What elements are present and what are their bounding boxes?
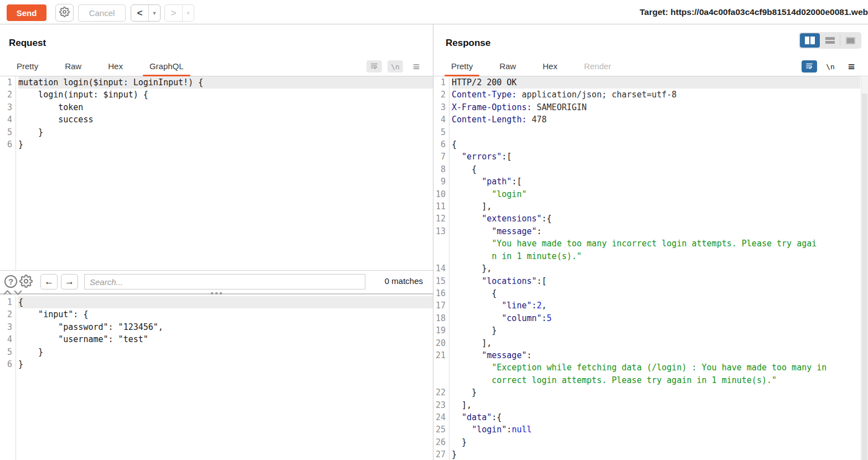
- top-toolbar: Send Cancel < ▼ > ▼ Target: https://0a4c…: [0, 0, 868, 24]
- settings-button[interactable]: [55, 4, 74, 22]
- tab-pretty[interactable]: Pretty: [11, 61, 44, 76]
- response-editor-menu-button[interactable]: ≡: [844, 60, 859, 73]
- request-editor-menu-button[interactable]: ≡: [409, 60, 424, 73]
- word-wrap-icon: [805, 62, 814, 71]
- graphql-variables-editor[interactable]: 1{2 "input": {3 "password": "123456",4 "…: [0, 296, 433, 460]
- history-back-group: < ▼: [131, 4, 161, 22]
- code-line: 19 }: [433, 324, 860, 337]
- code-line: 2Content-Type: application/json; charset…: [433, 89, 860, 101]
- request-tab-bar: PrettyRawHexGraphQL \n ≡: [0, 60, 433, 76]
- code-line: 7 "errors":[: [433, 151, 860, 163]
- code-line: 3X-Frame-Options: SAMEORIGIN: [433, 101, 860, 113]
- history-forward-button[interactable]: >: [165, 5, 182, 21]
- history-back-button[interactable]: <: [131, 5, 148, 21]
- code-line: 2 login(input: $input) {: [0, 89, 433, 101]
- view-layout-toggle-group: [799, 32, 861, 49]
- code-line: 6}: [0, 138, 433, 151]
- code-line: 4Content-Length: 478: [433, 113, 860, 126]
- code-line: 16 {: [433, 287, 860, 299]
- hamburger-icon: ≡: [413, 60, 420, 73]
- columns-icon: [805, 37, 809, 44]
- history-forward-dropdown[interactable]: ▼: [182, 5, 194, 21]
- code-line: 9 "path":[: [433, 175, 860, 188]
- search-input[interactable]: [84, 274, 365, 290]
- code-line: 27}: [433, 448, 860, 460]
- next-match-button[interactable]: →: [61, 274, 78, 290]
- tab-raw[interactable]: Raw: [59, 61, 87, 76]
- tab-graphql[interactable]: GraphQL: [144, 61, 189, 76]
- wrap-toggle-button[interactable]: [366, 60, 382, 73]
- code-line: 5 }: [0, 346, 433, 358]
- code-line: 8 {: [433, 163, 860, 175]
- arrow-left-icon: ←: [44, 276, 54, 287]
- code-line: 17 "line":2,: [433, 299, 860, 312]
- code-line: 4 "username": "test": [0, 333, 433, 345]
- hamburger-icon: ≡: [848, 60, 855, 73]
- response-viewer[interactable]: 1HTTP/2 200 OK2Content-Type: application…: [433, 76, 868, 460]
- code-line: 1{: [0, 296, 433, 308]
- view-side-by-side-button[interactable]: [800, 33, 820, 48]
- request-search-bar: ? ← → 0 matches: [0, 270, 433, 292]
- code-line: 18 "column":5: [433, 312, 860, 324]
- view-stacked-button[interactable]: [820, 33, 840, 48]
- word-wrap-icon: [370, 62, 379, 71]
- newline-toggle-button[interactable]: \n: [388, 60, 403, 73]
- history-forward-group: > ▼: [164, 4, 194, 22]
- response-panel: Response PrettyRawHexRender: [433, 24, 868, 460]
- code-line: 11 ],: [433, 200, 860, 213]
- previous-match-button[interactable]: ←: [40, 274, 58, 290]
- rows-icon: [825, 37, 835, 44]
- send-button[interactable]: Send: [7, 4, 46, 21]
- tab-raw[interactable]: Raw: [494, 61, 521, 76]
- response-scrollbar[interactable]: [861, 77, 868, 460]
- code-line: 21 "message":: [433, 349, 860, 361]
- code-line: 1HTTP/2 200 OK: [433, 76, 860, 89]
- question-icon: ?: [8, 277, 13, 286]
- tab-hex[interactable]: Hex: [537, 61, 563, 76]
- scrollbar-thumb[interactable]: [862, 94, 867, 460]
- code-line: 6{: [433, 138, 860, 151]
- code-line: n in 1 minute(s).": [433, 250, 860, 262]
- newline-icon: \n: [826, 63, 835, 71]
- code-line: 24 "data":{: [433, 411, 860, 423]
- code-line: 10 "login": [433, 188, 860, 200]
- response-tab-bar: PrettyRawHexRender \n ≡: [433, 60, 868, 76]
- code-line: 2 "input": {: [0, 308, 433, 321]
- code-line: 26 }: [433, 436, 860, 448]
- request-panel-title: Request: [9, 38, 46, 49]
- code-line: 12 "extensions":{: [433, 213, 860, 225]
- code-line: 13 "message":: [433, 225, 860, 237]
- gear-icon: [59, 7, 70, 19]
- code-line: 3 token: [0, 101, 433, 113]
- cancel-button[interactable]: Cancel: [78, 4, 126, 22]
- match-count: 0 matches: [385, 276, 423, 286]
- code-line: 15 "locations":[: [433, 275, 860, 287]
- tab-render[interactable]: Render: [578, 61, 617, 76]
- request-panel: Request PrettyRawHexGraphQL \n ≡ 1mutati…: [0, 24, 433, 460]
- tab-pretty[interactable]: Pretty: [446, 61, 478, 76]
- code-line: 14 },: [433, 262, 860, 275]
- code-line: 6}: [0, 358, 433, 370]
- newline-toggle-button[interactable]: \n: [823, 60, 838, 73]
- newline-icon: \n: [391, 63, 400, 71]
- tab-hex[interactable]: Hex: [102, 61, 128, 76]
- view-single-button[interactable]: [840, 33, 860, 48]
- help-button[interactable]: ?: [4, 275, 17, 288]
- code-line: 23 ],: [433, 399, 860, 411]
- code-line: 1mutation login($input: LoginInput!) {: [0, 76, 433, 89]
- editor-splitter[interactable]: [0, 292, 433, 296]
- single-pane-icon: [846, 37, 855, 44]
- code-line: 5: [433, 126, 860, 138]
- splitter-handle-icon: [211, 292, 222, 294]
- arrow-right-icon: →: [65, 276, 74, 287]
- code-line: 22 }: [433, 386, 860, 399]
- history-back-dropdown[interactable]: ▼: [148, 5, 160, 21]
- graphql-query-editor[interactable]: 1mutation login($input: LoginInput!) {2 …: [0, 76, 433, 270]
- code-line: "You have made too many incorrect login …: [433, 237, 860, 250]
- code-line: 5 }: [0, 126, 433, 138]
- code-line: 4 success: [0, 113, 433, 126]
- code-line: 20 ],: [433, 337, 860, 349]
- wrap-toggle-button[interactable]: [802, 60, 817, 73]
- code-line: 3 "password": "123456",: [0, 321, 433, 333]
- response-panel-title: Response: [446, 38, 490, 49]
